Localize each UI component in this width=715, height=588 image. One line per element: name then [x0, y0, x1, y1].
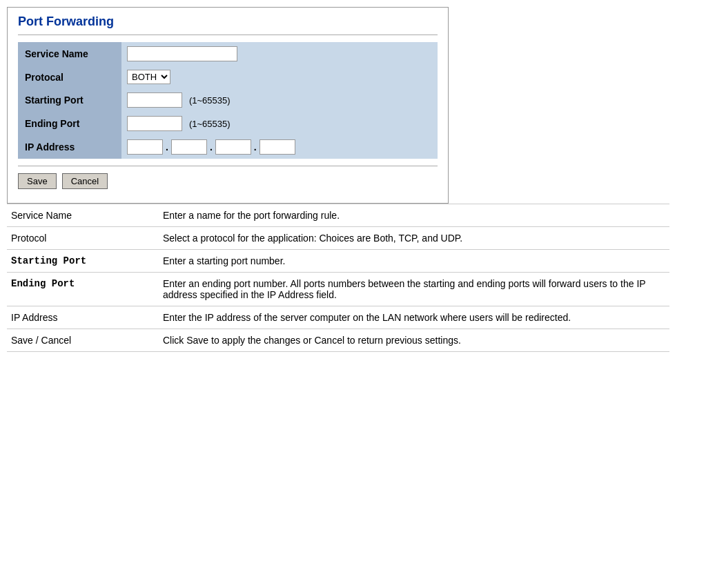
ending-port-row: Ending Port (1~65535)	[18, 112, 438, 135]
ip-fields: . . .	[127, 139, 432, 155]
desc-definition: Enter a name for the port forwarding rul…	[159, 204, 669, 227]
protocol-select[interactable]: BOTH TCP UDP	[127, 70, 170, 84]
service-name-cell	[121, 42, 438, 66]
ending-port-label: Ending Port	[18, 112, 121, 135]
ip-dot-1: .	[166, 141, 168, 153]
desc-row: IP AddressEnter the IP address of the se…	[7, 306, 669, 329]
ip-octet-3[interactable]	[215, 139, 251, 155]
service-name-label: Service Name	[18, 42, 121, 66]
desc-row: Starting PortEnter a starting port numbe…	[7, 250, 669, 273]
cancel-button[interactable]: Cancel	[62, 173, 108, 189]
ip-octet-1[interactable]	[127, 139, 163, 155]
desc-definition: Enter the IP address of the server compu…	[159, 306, 669, 329]
protocol-cell: BOTH TCP UDP	[121, 66, 438, 88]
desc-term: Service Name	[7, 204, 159, 227]
desc-term: IP Address	[7, 306, 159, 329]
protocol-row: Protocal BOTH TCP UDP	[18, 66, 438, 88]
desc-row: ProtocolSelect a protocol for the applic…	[7, 227, 669, 250]
save-button[interactable]: Save	[18, 173, 57, 189]
protocol-label: Protocal	[18, 66, 121, 88]
desc-term: Save / Cancel	[7, 329, 159, 352]
form-title: Port Forwarding	[18, 14, 438, 35]
desc-term: Ending Port	[7, 273, 159, 306]
desc-definition: Enter an ending port number. All ports n…	[159, 273, 669, 306]
ip-dot-2: .	[210, 141, 213, 153]
desc-definition: Select a protocol for the application: C…	[159, 227, 669, 250]
form-table: Service Name Protocal BOTH TCP UDP Start…	[18, 42, 438, 159]
desc-term: Starting Port	[7, 250, 159, 273]
service-name-input[interactable]	[127, 46, 237, 61]
ip-octet-4[interactable]	[259, 139, 295, 155]
desc-term: Protocol	[7, 227, 159, 250]
ip-dot-3: .	[254, 141, 257, 153]
desc-row: Ending PortEnter an ending port number. …	[7, 273, 669, 306]
ip-address-row: IP Address . . .	[18, 135, 438, 159]
desc-definition: Click Save to apply the changes or Cance…	[159, 329, 669, 352]
form-divider	[18, 166, 438, 166]
ending-port-cell: (1~65535)	[121, 112, 438, 135]
starting-port-label: Starting Port	[18, 88, 121, 112]
desc-row: Service NameEnter a name for the port fo…	[7, 204, 669, 227]
desc-row: Save / CancelClick Save to apply the cha…	[7, 329, 669, 352]
service-name-row: Service Name	[18, 42, 438, 66]
button-row: Save Cancel	[18, 173, 438, 189]
starting-port-row: Starting Port (1~65535)	[18, 88, 438, 112]
desc-definition: Enter a starting port number.	[159, 250, 669, 273]
ip-octet-2[interactable]	[171, 139, 207, 155]
starting-port-cell: (1~65535)	[121, 88, 438, 112]
ip-address-cell: . . .	[121, 135, 438, 159]
port-forwarding-panel: Port Forwarding Service Name Protocal BO…	[7, 7, 449, 204]
description-table: Service NameEnter a name for the port fo…	[7, 204, 669, 352]
ending-port-hint: (1~65535)	[189, 119, 231, 129]
ending-port-input[interactable]	[127, 116, 182, 131]
starting-port-input[interactable]	[127, 92, 182, 108]
ip-address-label: IP Address	[18, 135, 121, 159]
starting-port-hint: (1~65535)	[189, 95, 231, 106]
